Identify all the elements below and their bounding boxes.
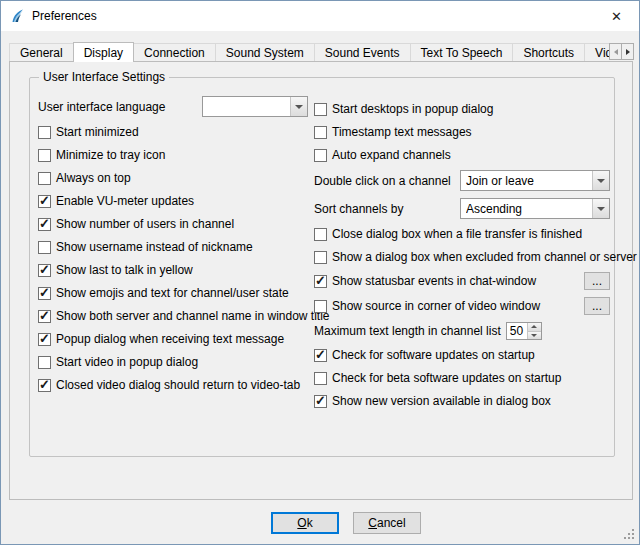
app-icon (9, 8, 25, 24)
check-server-channel-title[interactable]: Show both server and channel name in win… (38, 308, 308, 324)
window-title: Preferences (32, 9, 97, 23)
right-column: Start desktops in popup dialog Timestamp… (314, 101, 610, 409)
check-excluded-dialog[interactable]: Show a dialog box when excluded from cha… (314, 249, 610, 265)
check-start-minimized[interactable]: Start minimized (38, 124, 308, 140)
tab-general[interactable]: General (9, 43, 74, 62)
spin-down-button[interactable] (528, 331, 541, 340)
checkbox[interactable] (314, 149, 327, 162)
checkbox[interactable] (38, 356, 51, 369)
close-icon: ✕ (611, 9, 622, 24)
tab-connection[interactable]: Connection (133, 43, 216, 62)
check-always-on-top[interactable]: Always on top (38, 170, 308, 186)
check-new-version-dialog[interactable]: Show new version available in dialog box (314, 393, 610, 409)
video-source-ellipsis-button[interactable]: ... (584, 297, 610, 315)
check-desktops-popup[interactable]: Start desktops in popup dialog (314, 101, 610, 117)
sort-channels-row: Sort channels by Ascending (314, 198, 610, 219)
language-label: User interface language (38, 100, 165, 114)
checkbox[interactable] (38, 310, 51, 323)
max-text-label: Maximum text length in channel list (314, 324, 501, 338)
tab-scroller (610, 43, 634, 60)
check-auto-expand-channels[interactable]: Auto expand channels (314, 147, 610, 163)
video-source-row: Show source in corner of video window ..… (314, 297, 610, 315)
tab-text-to-speech[interactable]: Text To Speech (410, 43, 514, 62)
checkbox[interactable] (314, 126, 327, 139)
arrow-left-icon (614, 49, 618, 55)
tab-page-display: User Interface Settings User interface l… (9, 61, 633, 500)
tab-shortcuts[interactable]: Shortcuts (512, 43, 585, 62)
checkbox[interactable] (38, 149, 51, 162)
check-username-instead-nickname[interactable]: Show username instead of nickname (38, 239, 308, 255)
left-column: User interface language Start minimized … (38, 96, 308, 393)
arrow-right-icon (626, 49, 630, 55)
close-button[interactable]: ✕ (594, 1, 639, 31)
resize-grip[interactable] (623, 528, 635, 540)
checkbox[interactable] (314, 395, 327, 408)
double-click-label: Double click on a channel (314, 174, 451, 188)
tab-sound-events[interactable]: Sound Events (314, 43, 411, 62)
ui-settings-group: User Interface Settings User interface l… (29, 77, 615, 457)
tab-scroll-right-button[interactable] (621, 43, 634, 60)
sort-channels-label: Sort channels by (314, 202, 403, 216)
preferences-dialog: Preferences ✕ General Display Connection… (0, 0, 640, 545)
checkbox[interactable] (314, 275, 327, 288)
group-title: User Interface Settings (39, 70, 169, 84)
arrow-up-icon (531, 325, 537, 328)
spin-up-button[interactable] (528, 323, 541, 331)
checkbox[interactable] (314, 251, 327, 264)
cancel-button[interactable]: Cancel (353, 512, 421, 534)
check-emoji-text-state[interactable]: Show emojis and text for channel/user st… (38, 285, 308, 301)
statusbar-events-row: Show statusbar events in chat-window ... (314, 272, 610, 290)
checkbox[interactable] (38, 241, 51, 254)
checkbox[interactable] (314, 349, 327, 362)
tab-bar: General Display Connection Sound System … (9, 41, 615, 62)
checkbox[interactable] (314, 300, 327, 313)
checkbox[interactable] (38, 172, 51, 185)
check-last-talk-yellow[interactable]: Show last to talk in yellow (38, 262, 308, 278)
sort-channels-select[interactable]: Ascending (460, 198, 610, 219)
check-minimize-tray[interactable]: Minimize to tray icon (38, 147, 308, 163)
tab-display[interactable]: Display (73, 42, 134, 62)
check-video-return-tab[interactable]: Closed video dialog should return to vid… (38, 377, 308, 393)
checkbox[interactable] (38, 218, 51, 231)
check-close-filetransfer[interactable]: Close dialog box when a file transfer is… (314, 226, 610, 242)
check-beta-updates[interactable]: Check for beta software updates on start… (314, 370, 610, 386)
checkbox[interactable] (314, 372, 327, 385)
checkbox[interactable] (38, 195, 51, 208)
chevron-down-icon (592, 171, 609, 190)
check-show-user-count[interactable]: Show number of users in channel (38, 216, 308, 232)
checkbox[interactable] (314, 228, 327, 241)
check-software-updates[interactable]: Check for software updates on startup (314, 347, 610, 363)
tab-sound-system[interactable]: Sound System (215, 43, 315, 62)
check-video-popup[interactable]: Start video in popup dialog (38, 354, 308, 370)
checkbox[interactable] (314, 103, 327, 116)
checkbox[interactable] (38, 287, 51, 300)
double-click-select[interactable]: Join or leave (460, 170, 610, 191)
arrow-down-icon (531, 334, 537, 337)
max-text-row: Maximum text length in channel list 50 (314, 322, 610, 340)
statusbar-ellipsis-button[interactable]: ... (584, 272, 610, 290)
language-row: User interface language (38, 96, 308, 117)
max-text-spinbox[interactable]: 50 (506, 322, 542, 340)
checkbox[interactable] (38, 264, 51, 277)
chevron-down-icon (592, 199, 609, 218)
check-timestamp-messages[interactable]: Timestamp text messages (314, 124, 610, 140)
checkbox[interactable] (38, 379, 51, 392)
check-popup-text-message[interactable]: Popup dialog when receiving text message (38, 331, 308, 347)
check-vu-meter[interactable]: Enable VU-meter updates (38, 193, 308, 209)
checkbox[interactable] (38, 126, 51, 139)
ok-button[interactable]: Ok (271, 512, 339, 534)
title-bar: Preferences ✕ (1, 1, 639, 31)
double-click-row: Double click on a channel Join or leave (314, 170, 610, 191)
language-select[interactable] (202, 96, 308, 117)
checkbox[interactable] (38, 333, 51, 346)
chevron-down-icon (290, 97, 307, 116)
